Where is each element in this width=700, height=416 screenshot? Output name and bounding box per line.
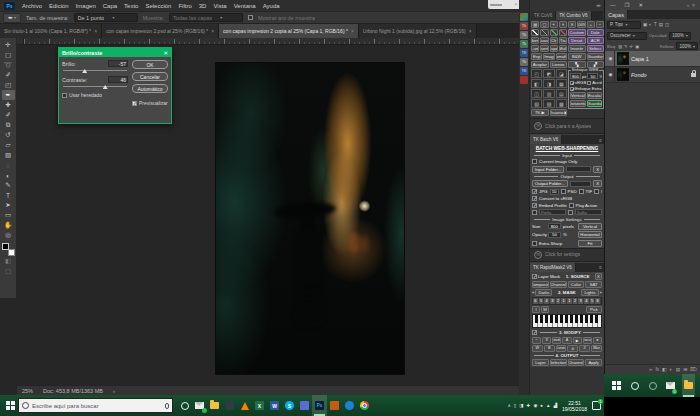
close-icon[interactable]: × [469,28,472,34]
document-tab[interactable]: Urbino Night 1 (subida).jpg al 12,5% (RG… [359,24,477,38]
show-sampling-ring-checkbox[interactable] [248,15,253,20]
dale-button[interactable]: Dale [587,29,605,36]
tk-file-icon-button[interactable]: « [550,21,558,28]
png-checkbox[interactable] [594,189,599,194]
lock-option-icon[interactable]: ✛ [630,44,634,49]
tk-blend-button[interactable]: Mult [559,45,567,52]
tk-action-icon-button[interactable]: ▤ [556,89,567,98]
vlc-button[interactable] [237,395,252,416]
sharpen-size-input[interactable]: 800 [570,73,581,79]
play-action-checkbox[interactable] [569,203,574,208]
menu-item[interactable]: Filtro [178,3,191,9]
task-view-button[interactable] [177,395,192,416]
layers-footer-icon[interactable]: ∞ [649,367,652,372]
healing-brush-tool-icon[interactable]: ✚ [2,100,15,110]
brush-gray-icon[interactable] [540,29,548,36]
document-tab[interactable]: con capas impresion 2 copia al 25% (Capa… [219,24,359,38]
jpg-quality-input[interactable]: 10 [550,189,559,195]
slider-thumb[interactable] [82,69,87,73]
tk-panel-icon[interactable]: Tk [520,58,528,66]
restore-icon[interactable]: ❐ [625,2,630,8]
menu-item[interactable]: Selección [145,3,171,9]
layers-footer-icon[interactable]: ◧ [662,367,667,372]
layer-name[interactable]: Fondo [631,72,689,78]
eyedropper-tool-preset[interactable]: ✒ ▾ [3,13,21,23]
modify-button[interactable]: ● [593,337,602,344]
current-image-only-checkbox[interactable] [532,159,537,164]
lock-option-icon[interactable]: ▣ [635,44,639,49]
history-brush-tool-icon[interactable]: ↺ [2,130,15,140]
color-swatches[interactable] [2,243,15,256]
panel-menu-icon[interactable]: ≡ [692,3,695,8]
tk-action-icon-button[interactable]: ▦ [556,79,567,88]
layer-filter-icon[interactable]: ▣ [643,22,647,27]
layers-footer-icon[interactable]: ⌦ [690,367,697,372]
brush-red-icon[interactable] [559,29,567,36]
source-button[interactable]: Color [568,281,585,288]
output-button[interactable]: Apply [585,359,602,366]
output-folder-field[interactable] [570,181,592,187]
layer-visibility-icon[interactable]: ◉ [609,56,613,61]
suffix-checkbox[interactable] [568,210,573,215]
file-explorer-button[interactable] [682,374,695,397]
darks-button[interactable]: Darks [535,289,552,296]
eyedropper-tool-icon[interactable]: ✒ [2,90,15,100]
layer-row-fondo[interactable]: ◉ Fondo [605,67,700,83]
clone-stamp-tool-icon[interactable]: ⧉ [2,120,15,130]
tk-action-icon-button[interactable]: ▩ [556,99,567,108]
tk-picker-icon[interactable] [520,13,528,21]
panel-tab[interactable]: TK Batch V6 [530,135,562,144]
tk-file-icon-button[interactable]: ▤ [531,21,539,28]
pen-tool-icon[interactable]: ✎ [2,180,15,190]
adjustments-shortcut[interactable]: TK Click para ir a Ajustes [530,118,604,134]
modify-button[interactable]: ⊘ [567,345,578,352]
crop-tool-icon[interactable]: ◰ [2,80,15,90]
dialog-title-bar[interactable]: Brillo/contraste ✕ [59,48,171,57]
background-color-swatch[interactable] [8,249,15,256]
panel-tab[interactable]: TK CoV6 [531,11,556,20]
modify-button[interactable]: ▶ [573,337,582,344]
tk-action-icon-button[interactable]: ▧ [531,99,542,108]
sample-size-select[interactable]: De 1 punto ▾ [74,13,138,22]
skype-button[interactable]: S [282,395,297,416]
sample-layers-select[interactable]: Todas las capas ▾ [169,13,243,22]
brush-green-icon[interactable] [550,29,558,36]
desaturate-button[interactable]: Desat [568,37,586,44]
tk-blend-button[interactable]: Fuerte [540,45,548,52]
path-selection-tool-icon[interactable]: ➤ [2,200,15,210]
tk-action-icon-button[interactable]: ◰ [531,69,542,78]
bw-button[interactable]: B&W [568,53,586,60]
file-explorer-button[interactable] [207,395,222,416]
psd-checkbox[interactable] [561,189,566,194]
tk-image-button[interactable]: Imag [543,53,554,60]
tray-icon[interactable]: ● [540,403,543,408]
acr-button[interactable]: ACR [587,37,605,44]
menu-item[interactable]: 3D [199,3,207,9]
collapse-panel-icon[interactable]: « [687,3,690,8]
scale-button[interactable]: Escala [587,92,603,99]
tk-panel-icon[interactable]: Tk [520,22,528,30]
sharpen-opacity-input[interactable]: 50 [587,73,598,79]
output-folder-button[interactable]: Output Folder... [532,180,568,187]
modify-button[interactable]: Focus [583,337,592,344]
orange-app-button[interactable] [327,395,342,416]
modify-button[interactable]: B [544,345,555,352]
invert-button[interactable]: Invertir [568,45,586,52]
settings-shortcut[interactable]: TK Click for settings [530,248,604,262]
mask-level-button[interactable]: 6 [595,298,601,304]
cancel-button[interactable]: Cancelar [132,72,168,81]
tk-action-icon-button[interactable]: ▨ [543,99,554,108]
tk-action-icon-button[interactable]: ◨ [543,79,554,88]
convert-srgb-checkbox[interactable] [532,196,537,201]
tk-file-icon-button[interactable]: » [559,21,567,28]
minimize-icon[interactable]: — [610,2,616,8]
layers-footer-icon[interactable]: ▤ [676,367,681,372]
tk-blend-button[interactable]: Norm [531,37,539,44]
excel-button[interactable]: X [252,395,267,416]
menu-item[interactable]: Imagen [76,3,96,9]
menu-item[interactable]: Texto [124,3,138,9]
lights-button[interactable]: Lights [581,289,598,296]
layers-panel-tab[interactable]: Capas [605,10,628,19]
close-icon[interactable]: ✕ [638,2,643,8]
ok-button[interactable]: OK [132,60,168,69]
